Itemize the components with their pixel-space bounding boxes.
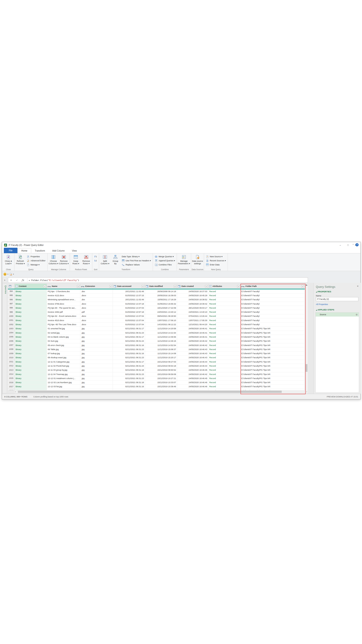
attributes-record-link[interactable]: Record (208, 306, 241, 310)
horizontal-scrollbar[interactable]: ‹ › (15, 390, 308, 393)
queries-pane-collapsed[interactable]: Queries (2, 283, 7, 393)
cancel-formula-icon[interactable]: ✕ (8, 279, 14, 282)
tab-file[interactable]: File (4, 248, 17, 253)
formula-expression[interactable]: = Folder.Files("E:\clients\IT Faculty") (29, 279, 79, 282)
manage-button[interactable]: Manage ▾ (26, 263, 46, 267)
remove-rows-button[interactable]: Remove Rows ▾ (81, 254, 91, 268)
attributes-record-link[interactable]: Record (208, 331, 241, 335)
content-binary-link[interactable]: Binary (15, 335, 47, 339)
help-icon[interactable]: ? (356, 243, 359, 246)
content-binary-link[interactable]: Binary (15, 331, 47, 335)
content-binary-link[interactable]: Binary (15, 298, 47, 302)
column-header-folder-path[interactable]: AᴮᶜBCFolder Path▾ (241, 284, 305, 289)
expand-queries-pane-button[interactable]: › (2, 278, 7, 283)
content-binary-link[interactable]: Binary (15, 364, 47, 368)
column-header-date-created[interactable]: Date created▾ (177, 284, 208, 289)
table-corner-header[interactable] (8, 284, 15, 289)
attributes-record-link[interactable]: Record (208, 322, 241, 326)
content-binary-link[interactable]: Binary (15, 318, 47, 322)
content-binary-link[interactable]: Binary (15, 381, 47, 384)
filter-dropdown-icon[interactable]: ▾ (237, 285, 240, 288)
attributes-record-link[interactable]: Record (208, 385, 241, 388)
attributes-record-link[interactable]: Record (208, 339, 241, 343)
query-name-input[interactable] (316, 297, 359, 301)
new-source-button[interactable]: New Source ▾ (205, 254, 227, 258)
properties-section-header[interactable]: ◢PROPERTIES (316, 290, 331, 293)
scroll-right-icon[interactable]: › (306, 390, 307, 393)
sort-az-button[interactable] (93, 254, 98, 258)
attributes-record-link[interactable]: Record (208, 314, 241, 318)
split-column-button[interactable]: Split Column ▾ (100, 254, 110, 268)
content-binary-link[interactable]: Binary (15, 322, 47, 326)
content-binary-link[interactable]: Binary (15, 339, 47, 343)
sort-za-button[interactable] (93, 258, 98, 263)
attributes-record-link[interactable]: Record (208, 372, 241, 376)
choose-columns-button[interactable]: Choose Columns ▾ (48, 254, 58, 268)
commit-formula-icon[interactable]: ✓ (14, 279, 20, 282)
use-first-row-as-headers-button[interactable]: Use First Row as Headers ▾ (121, 258, 152, 263)
filter-dropdown-icon[interactable]: ▾ (43, 285, 46, 288)
tab-transform[interactable]: Transform (31, 248, 49, 253)
column-header-content[interactable]: Content▾ (15, 284, 47, 289)
attributes-record-link[interactable]: Record (208, 335, 241, 339)
properties-button[interactable]: Properties (26, 254, 46, 258)
content-binary-link[interactable]: Binary (15, 306, 47, 310)
applied-steps-section-header[interactable]: ◢APPLIED STEPS (316, 309, 334, 311)
attributes-record-link[interactable]: Record (208, 347, 241, 351)
data-source-settings-button[interactable]: Data source settings (192, 254, 203, 268)
content-binary-link[interactable]: Binary (15, 327, 47, 330)
content-binary-link[interactable]: Binary (15, 372, 47, 376)
replace-values-button[interactable]: abReplace Values (121, 263, 152, 267)
attributes-record-link[interactable]: Record (208, 310, 241, 314)
vertical-scrollbar[interactable] (305, 284, 308, 390)
column-header-name[interactable]: AᴮᶜBCName▾ (47, 284, 80, 289)
attributes-record-link[interactable]: Record (208, 298, 241, 302)
keep-rows-button[interactable]: Keep Rows ▾ (71, 254, 81, 268)
filter-dropdown-icon[interactable]: ▾ (301, 285, 304, 288)
enter-data-button[interactable]: Enter Data (205, 263, 227, 267)
query-settings-close-icon[interactable]: ✕ (357, 285, 359, 287)
close-load-button[interactable]: Close & Load ▾ (3, 254, 13, 268)
advanced-editor-button[interactable]: Advanced Editor (26, 258, 46, 263)
attributes-record-link[interactable]: Record (208, 318, 241, 322)
attributes-record-link[interactable]: Record (208, 290, 241, 293)
data-type-binary-button[interactable]: Data Type: Binary ▾ (121, 254, 152, 258)
attributes-record-link[interactable]: Record (208, 294, 241, 297)
feedback-smiley-icon[interactable] (3, 273, 6, 276)
refresh-preview-button[interactable]: Refresh Preview ▾ (15, 254, 25, 268)
attributes-record-link[interactable]: Record (208, 327, 241, 330)
maximize-button[interactable]: □ (344, 242, 352, 248)
content-binary-link[interactable]: Binary (15, 360, 47, 364)
merge-queries-button[interactable]: Merge Queries ▾ (154, 254, 176, 258)
attributes-record-link[interactable]: Record (208, 368, 241, 372)
content-binary-link[interactable]: Binary (15, 290, 47, 293)
filter-dropdown-icon[interactable]: ▾ (142, 285, 144, 288)
content-binary-link[interactable]: Binary (15, 310, 47, 314)
vertical-scrollbar-thumb[interactable] (306, 364, 308, 372)
step-settings-gear-icon[interactable]: ⚙ (356, 314, 358, 316)
attributes-record-link[interactable]: Record (208, 343, 241, 347)
content-binary-link[interactable]: Binary (15, 314, 47, 318)
column-header-date-modified[interactable]: Date modified▾ (145, 284, 177, 289)
scroll-left-icon[interactable]: ‹ (15, 390, 16, 393)
content-binary-link[interactable]: Binary (15, 294, 47, 297)
attributes-record-link[interactable]: Record (208, 376, 241, 380)
group-by-button[interactable]: Group By (110, 254, 120, 268)
content-binary-link[interactable]: Binary (15, 343, 47, 347)
tab-home[interactable]: Home (17, 248, 31, 253)
content-binary-link[interactable]: Binary (15, 368, 47, 372)
attributes-record-link[interactable]: Record (208, 381, 241, 384)
filter-dropdown-icon[interactable]: ▾ (174, 285, 176, 288)
filter-dropdown-icon[interactable]: ▾ (109, 285, 112, 288)
content-binary-link[interactable]: Binary (15, 352, 47, 355)
formula-bar[interactable]: ✕ ✓ ƒx = Folder.Files("E:\clients\IT Fac… (8, 278, 308, 283)
filter-dropdown-icon[interactable]: ▾ (205, 285, 207, 288)
minimize-button[interactable]: – (337, 242, 344, 248)
scroll-up-icon[interactable] (306, 284, 308, 286)
column-header-date-accessed[interactable]: Date accessed▾ (113, 284, 145, 289)
remove-columns-button[interactable]: Remove Columns ▾ (59, 254, 69, 268)
workbook-icon[interactable] (9, 273, 12, 276)
attributes-record-link[interactable]: Record (208, 356, 241, 360)
toolbar-dropdown-icon[interactable]: ▾ (13, 273, 14, 275)
append-queries-button[interactable]: Append Queries ▾ (154, 258, 176, 263)
